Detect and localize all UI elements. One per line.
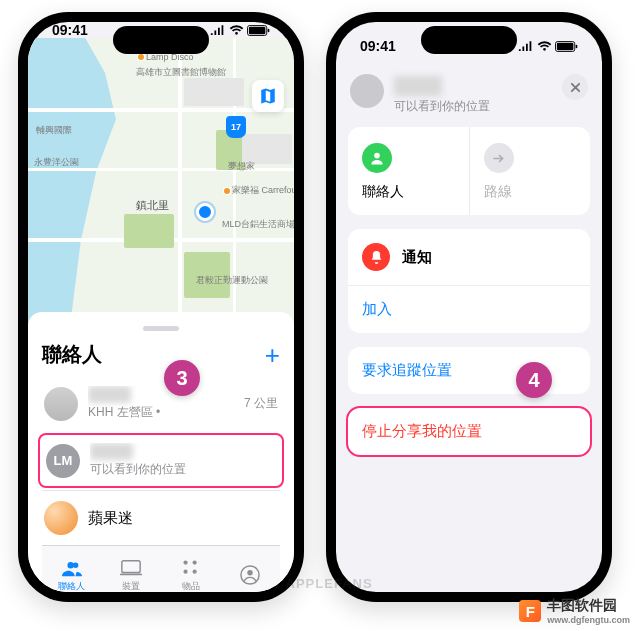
tab-bar: 聯絡人 裝置 物品 (42, 545, 280, 592)
tab-items[interactable]: 物品 (161, 546, 221, 592)
tile-label: 路線 (484, 183, 577, 201)
contact-name: 蘋果迷 (88, 509, 278, 528)
arrow-icon (484, 143, 514, 173)
stop-sharing-button[interactable]: 停止分享我的位置 (348, 408, 590, 455)
list-item-highlighted[interactable]: LM ████ 可以看到你的位置 (38, 433, 284, 488)
actions-card: 聯絡人 路線 (348, 127, 590, 215)
me-icon (239, 565, 261, 585)
step-badge-4: 4 (516, 362, 552, 398)
status-time: 09:41 (360, 38, 396, 54)
request-card: 要求追蹤位置 (348, 347, 590, 394)
notch (421, 26, 517, 54)
detail-name: ████ (394, 76, 442, 96)
signal-icon (210, 25, 226, 36)
notify-add[interactable]: 加入 (348, 285, 590, 333)
contact-sub: KHH 左營區 • (88, 404, 234, 421)
svg-point-6 (192, 560, 196, 564)
map-poi: 輔興國際 (36, 124, 72, 137)
signal-icon (518, 41, 534, 52)
map-poi: 家樂福 Carrefour (224, 184, 294, 197)
footer-url: www.dgfengtu.com (547, 615, 630, 625)
phone-left: 09:41 Lamp Disco 高雄市立圖書館博物館 輔興國際 永豊洋公園 家 (18, 12, 304, 602)
stop-share-card: 停止分享我的位置 (348, 408, 590, 455)
map[interactable]: Lamp Disco 高雄市立圖書館博物館 輔興國際 永豊洋公園 家樂福 Car… (28, 38, 294, 328)
map-place: 鎮北里 (136, 198, 169, 213)
svg-point-10 (248, 570, 253, 575)
notch (113, 26, 209, 54)
detail-header: ████ 可以看到你的位置 (336, 70, 602, 127)
svg-point-8 (192, 570, 196, 574)
sheet-grabber[interactable] (143, 326, 179, 331)
notify-label: 通知 (402, 248, 432, 267)
people-list: ████ KHH 左營區 • 7 公里 LM ████ 可以看到你的位置 (42, 376, 280, 545)
wifi-icon (537, 41, 552, 52)
svg-rect-2 (268, 28, 270, 32)
svg-point-5 (183, 560, 187, 564)
tab-people[interactable]: 聯絡人 (42, 546, 102, 592)
svg-point-14 (374, 153, 380, 159)
add-person-button[interactable]: + (265, 342, 280, 368)
sheet-title: 聯絡人 (42, 341, 102, 368)
map-poi: 高雄市立圖書館博物館 (136, 66, 226, 79)
status-icons (518, 41, 578, 52)
items-icon (180, 558, 202, 578)
map-poi: MLD台鋁生活商場 (222, 218, 294, 231)
person-icon (362, 143, 392, 173)
contact-name: ████ (88, 386, 131, 403)
status-icons (210, 25, 270, 36)
route-shield: 17 (226, 116, 246, 138)
tab-label: 裝置 (122, 580, 140, 592)
close-icon (570, 82, 581, 93)
battery-icon (247, 25, 270, 36)
svg-rect-12 (557, 42, 574, 49)
notify-card: 通知 加入 (348, 229, 590, 333)
battery-icon (555, 41, 578, 52)
map-poi: 永豊洋公園 (34, 156, 79, 169)
user-location-dot (196, 203, 214, 221)
bell-icon (362, 243, 390, 271)
map-icon (259, 87, 277, 105)
detail-sub: 可以看到你的位置 (394, 98, 552, 115)
tab-me[interactable] (221, 546, 281, 592)
footer-name: 丰图软件园 (547, 597, 630, 615)
status-time: 09:41 (52, 22, 88, 38)
step-badge-3: 3 (164, 360, 200, 396)
avatar (350, 74, 384, 108)
directions-tile[interactable]: 路線 (469, 127, 591, 215)
tab-devices[interactable]: 裝置 (102, 546, 162, 592)
people-sheet[interactable]: 聯絡人 + ████ KHH 左營區 • 7 公里 LM (28, 312, 294, 592)
svg-point-7 (183, 570, 187, 574)
footer-logo: F (519, 600, 541, 622)
close-button[interactable] (562, 74, 588, 100)
tab-label: 物品 (182, 580, 200, 592)
notify-row: 通知 (348, 229, 590, 285)
contact-distance: 7 公里 (244, 395, 278, 412)
list-item[interactable]: 蘋果迷 (42, 490, 280, 545)
contact-tile[interactable]: 聯絡人 (348, 127, 469, 215)
screen-right: 09:41 ████ 可以看到你的位置 (336, 22, 602, 592)
screen-left: 09:41 Lamp Disco 高雄市立圖書館博物館 輔興國際 永豊洋公園 家 (28, 22, 294, 592)
map-poi: 夢想家 (228, 160, 255, 173)
devices-icon (120, 558, 142, 578)
people-icon (61, 558, 83, 578)
map-poi: 君毅正勤運動公園 (196, 274, 268, 287)
avatar: LM (46, 444, 80, 478)
contact-sub: 可以看到你的位置 (90, 461, 276, 478)
map-type-button[interactable] (252, 80, 284, 112)
tile-label: 聯絡人 (362, 183, 455, 201)
footer-watermark: F 丰图软件园 www.dgfengtu.com (519, 597, 630, 625)
avatar (44, 387, 78, 421)
request-tracking[interactable]: 要求追蹤位置 (348, 347, 590, 394)
svg-rect-1 (249, 26, 266, 33)
phone-right: 09:41 ████ 可以看到你的位置 (326, 12, 612, 602)
contact-name: ████ (90, 443, 133, 460)
avatar (44, 501, 78, 535)
wifi-icon (229, 25, 244, 36)
tab-label: 聯絡人 (58, 580, 85, 592)
svg-rect-3 (122, 561, 140, 573)
svg-rect-4 (120, 574, 142, 576)
list-item[interactable]: ████ KHH 左營區 • 7 公里 (42, 376, 280, 431)
svg-rect-13 (576, 44, 578, 48)
